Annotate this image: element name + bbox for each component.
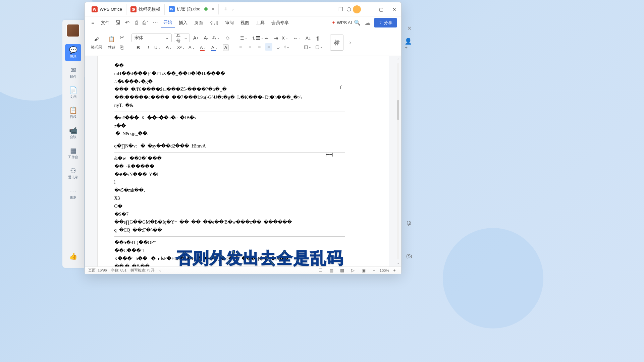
style-heading[interactable]: 标 [330,35,343,51]
zoom-in-button[interactable]: + [391,267,398,274]
font-family-select[interactable]: 宋体 ⌄ [131,34,172,42]
search-icon[interactable]: 🔍 [353,19,361,27]
sidebar-item-workspace[interactable]: ▦ 工作台 [65,144,81,162]
minimize-button[interactable]: — [364,5,372,13]
zoom-out-button[interactable]: − [371,267,378,274]
decrease-font-button[interactable]: A- [202,34,210,42]
indent-increase-button[interactable]: ⇥ [272,35,280,42]
increase-font-button[interactable]: A+ [192,34,200,42]
doc-line: q �CQ ��:F�^�� [114,226,345,234]
align-center-button[interactable]: ≡ [246,43,254,51]
menu-file[interactable]: 文件 [98,18,112,28]
more-icon[interactable]: ⋯ [151,19,159,27]
bullet-list-button[interactable]: ☰⌄ [240,36,250,41]
cube-icon[interactable]: ⬡ [345,5,353,13]
border-button[interactable]: ▢⌄ [315,44,325,49]
sidebar-item-thumbs[interactable]: 👍 [65,248,81,265]
cursor-position-icon: ⊢⊣ [326,149,333,160]
clear-format-button[interactable]: ◇ [223,34,231,42]
align-distributed-button[interactable]: ⫝ [274,43,282,51]
sidebar-label: 消息 [70,54,76,59]
scroll-down-icon[interactable]: ⌄ [397,261,399,264]
doc-line: O� [114,202,345,210]
sidebar-item-calendar[interactable]: 📋 日程 [65,104,81,122]
vertical-scrollbar[interactable]: ⌃ ⌄ [396,58,400,264]
text-effects-button[interactable]: A⌄ [189,45,198,50]
cloud-icon[interactable]: ☁ [365,19,371,26]
collaborator-icon[interactable]: 👤⁺ [405,40,414,50]
sidebar-item-messages[interactable]: 💬 消息 [65,44,81,61]
font-size-select[interactable]: 五号 ⌄ [174,34,190,42]
new-tab-button[interactable]: + [221,4,230,14]
sidebar-item-mail[interactable]: ✉ 邮件 [65,64,81,81]
cut-icon[interactable]: ✂ [118,34,126,42]
scroll-up-icon[interactable]: ⌃ [397,58,399,62]
separator [114,152,345,153]
wps-ai-button[interactable]: ✦ WPS AI [332,20,352,25]
line-spacing-button[interactable]: ‡⌄ [284,44,293,49]
paste-icon[interactable]: 📋 [108,35,116,43]
user-badge[interactable] [353,5,361,13]
menu-reference[interactable]: 引用 [207,18,221,28]
character-border-button[interactable]: A [223,44,229,51]
tab-document[interactable]: W 机密 (2).doc × [165,4,219,15]
tab-wps-home[interactable]: W WPS Office [88,4,126,15]
scroll-thumb[interactable] [397,100,399,120]
italic-button[interactable]: I [144,44,152,52]
copy-icon[interactable]: ⎘ [118,44,126,52]
menu-page[interactable]: 页面 [192,18,206,28]
hamburger-icon[interactable]: ≡ [89,19,97,27]
menu-insert[interactable]: 插入 [176,18,190,28]
strikethrough-button[interactable]: A̶⌄ [166,45,175,50]
print-preview-icon[interactable]: ⎙⁺ [142,19,150,27]
chevron-down-icon[interactable]: ⌄ [159,268,162,273]
text-direction-button[interactable]: Ⅹ⌄ [282,36,291,41]
menu-member[interactable]: 会员专享 [269,18,291,28]
char-scale-button[interactable]: ↔⌄ [293,36,303,41]
phonetic-button[interactable]: ⁂⌄ [212,35,221,40]
align-right-button[interactable]: ≡ [256,43,263,51]
font-color-button[interactable]: A⌄ [211,45,221,50]
number-list-button[interactable]: ⒈☰⌄ [252,35,261,41]
align-left-button[interactable]: ≡ [237,43,244,51]
web-layout-icon[interactable]: ▣ [360,267,367,274]
shading-button[interactable]: ◫⌄ [304,44,313,49]
more-icon: ⋯ [69,187,77,194]
close-panel-button[interactable]: ✕ [404,23,415,34]
page-content[interactable]: �� mH��d���}^�:□ \X��_��D�f�Π.���� ∴�k��… [97,56,389,266]
menu-view[interactable]: 视图 [238,18,252,28]
sort-button[interactable]: A↓ [305,35,312,42]
align-justify-button[interactable]: ≡ [265,43,272,51]
sidebar-label: 会议 [70,135,76,139]
underline-button[interactable]: U⌄ [154,45,164,50]
format-painter-icon[interactable]: 🖌 [93,35,101,43]
close-icon[interactable]: × [212,6,214,12]
indent-decrease-button[interactable]: ⇤ [263,35,270,42]
tab-templates[interactable]: ◑ 找稻壳模板 [126,4,165,15]
bold-button[interactable]: B [134,44,142,52]
outline-icon[interactable]: ▷ [350,267,356,274]
menu-start[interactable]: 开始 [161,17,175,28]
undo-icon[interactable]: ↶ [123,19,131,27]
wps-window: W WPS Office ◑ 找稻壳模板 W 机密 (2).doc × + ⌄ … [85,2,401,274]
multi-window-icon[interactable]: ❐ [337,5,345,13]
menu-review[interactable]: 审阅 [222,18,236,28]
save-icon[interactable]: 🖫 [114,19,122,27]
avatar[interactable] [66,24,80,37]
show-marks-button[interactable]: ¶ [314,35,321,42]
menu-tools[interactable]: 工具 [253,18,267,28]
highlight-button[interactable]: A⌄ [200,45,209,50]
superscript-button[interactable]: X²⌄ [177,45,186,50]
share-button[interactable]: ⇪ 分享 [374,18,397,27]
scroll-track[interactable] [397,63,399,259]
sidebar-item-meeting[interactable]: 📹 会议 [65,124,81,142]
close-button[interactable]: ✕ [390,5,398,13]
chevron-down-icon[interactable]: ⌄ [231,7,234,11]
sidebar-item-contacts[interactable]: ⚇ 通讯录 [65,165,81,182]
sidebar-item-docs[interactable]: 📄 文档 [65,84,81,102]
maximize-button[interactable]: ▢ [377,5,385,13]
toolbar-expand-button[interactable]: › [347,35,354,51]
sidebar-item-more[interactable]: ⋯ 更多 [65,185,81,202]
print-icon[interactable]: ⎙ [132,19,141,27]
document-area: �� mH��d���}^�:□ \X��_��D�f�Π.���� ∴�k��… [85,56,401,266]
